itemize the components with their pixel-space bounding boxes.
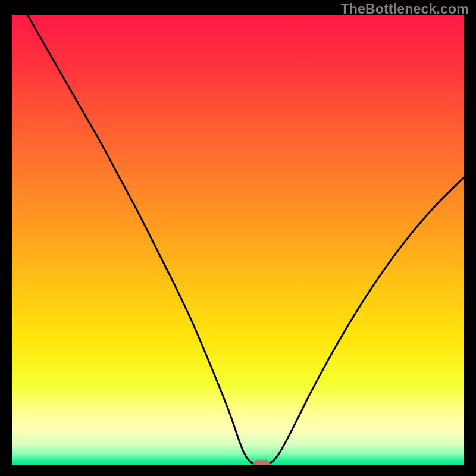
gradient-background [12,15,464,465]
bottleneck-chart [12,15,464,465]
watermark-text: TheBottleneck.com [340,1,469,17]
plot-area [12,15,464,465]
optimal-point-marker [253,460,270,465]
chart-frame: TheBottleneck.com [0,0,476,476]
